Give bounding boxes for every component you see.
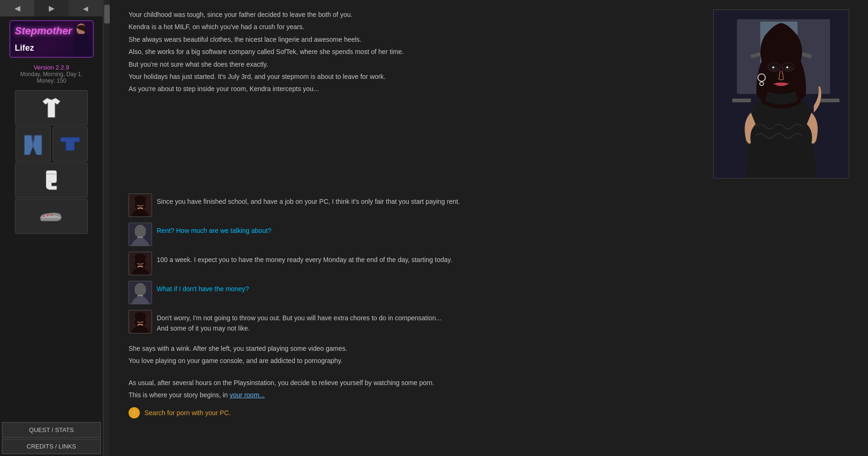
svg-rect-3 [46,170,57,183]
credits-links-button[interactable]: CREDITS / LINKS [2,439,101,454]
wardrobe-row-4 [15,199,88,234]
main-content: Your childhood was tough, since your fat… [110,0,868,456]
logo-figure [60,23,91,56]
socks-icon [38,167,64,193]
nav-back-button[interactable]: ◀ [0,0,34,16]
stepmother-avatar-image-3 [129,310,152,333]
dialogue-1: Since you have finished school, and have… [129,193,849,217]
svg-point-36 [137,259,139,262]
post-narrative-4: As usual, after several hours on the Pla… [129,378,849,388]
avatar-player-2 [129,281,152,304]
svg-point-6 [46,215,49,216]
version-label: Version 2.2.9 [20,64,83,71]
svg-point-29 [141,201,144,203]
avatar-stepmother-1 [129,193,152,217]
post-narrative-2: You love playing on your game console, a… [129,356,849,366]
post-narrative-1: She says with a wink. After she left, yo… [129,343,849,354]
wardrobe-row-3 [15,162,88,198]
character-photo-inner [714,10,849,178]
nav-buttons: ◀ ▶ ◀ [0,0,103,16]
wardrobe-socks[interactable] [15,162,88,198]
logo-text-life: Lifez [15,43,34,53]
dialogue-text-2[interactable]: Rent? How much are we talking about? [157,223,271,236]
action-icon: ! [129,407,140,418]
avatar-stepmother-3 [129,310,152,333]
action-text[interactable]: Search for porn with your PC. [145,409,231,417]
dialogue-text-5: Don't worry, I'm not going to throw you … [157,310,442,334]
wardrobe-row-1 [15,90,88,125]
player-avatar-image-2 [129,281,152,304]
wardrobe-shirt[interactable] [15,90,88,125]
nav-forward-button[interactable]: ▶ [34,0,69,16]
dialogue-5: Don't worry, I'm not going to throw you … [129,310,849,334]
stepmother-avatar-image [129,193,152,217]
date-label: Monday, Morning, Day 1. [20,71,83,77]
svg-point-45 [141,317,144,320]
wardrobe [7,90,96,234]
scrollbar-thumb[interactable] [104,5,110,23]
svg-point-28 [137,201,139,203]
avatar-player-1 [129,223,152,246]
wardrobe-boxers[interactable] [53,126,88,162]
sidebar: ◀ ▶ ◀ Stepmother Lifez Version 2.2.9 Mon… [0,0,103,456]
wardrobe-jeans[interactable] [15,126,51,162]
collapse-button[interactable]: ◀ [69,0,103,16]
svg-point-17 [772,66,774,68]
svg-rect-23 [732,99,751,102]
action-search-porn[interactable]: ! Search for porn with your PC. [129,407,849,418]
room-link[interactable]: your room... [230,391,265,399]
svg-point-7 [50,215,53,216]
jeans-icon [20,131,46,157]
sidebar-buttons: QUEST / STATS CREDITS / LINKS [0,420,103,456]
scrollbar-track[interactable] [103,0,110,456]
wardrobe-shoes[interactable] [15,199,88,234]
svg-point-5 [43,216,45,217]
character-photo [713,9,849,178]
dialogue-4: What if I don't have the money? [129,281,849,304]
svg-point-37 [141,259,144,262]
wardrobe-row-2 [15,126,88,162]
character-portrait [714,9,849,178]
dialogue-2: Rent? How much are we talking about? [129,223,849,246]
player-avatar-image [129,223,152,246]
svg-point-44 [137,317,139,320]
svg-point-18 [786,66,788,68]
dialogue-text-4[interactable]: What if I don't have the money? [157,281,249,294]
version-info: Version 2.2.9 Monday, Morning, Day 1. Mo… [20,64,83,84]
avatar-stepmother-2 [129,252,152,275]
money-label: Money: 150 [20,77,83,84]
dialogue-3: 100 a week. I expect you to have the mon… [129,252,849,275]
game-logo: Stepmother Lifez [9,20,94,58]
stepmother-avatar-image-2 [129,252,152,275]
boxers-icon [57,131,83,157]
shoes-icon [38,203,64,229]
svg-rect-24 [821,99,839,102]
post-narrative-5: This is where your story begins, in your… [129,390,849,400]
dialogue-text-3: 100 a week. I expect you to have the mon… [157,252,452,265]
post-narrative-section: She says with a wink. After she left, yo… [129,343,849,401]
dialogue-text-1: Since you have finished school, and have… [157,193,460,207]
quest-stats-button[interactable]: QUEST / STATS [2,422,101,438]
shirt-icon [38,95,64,121]
